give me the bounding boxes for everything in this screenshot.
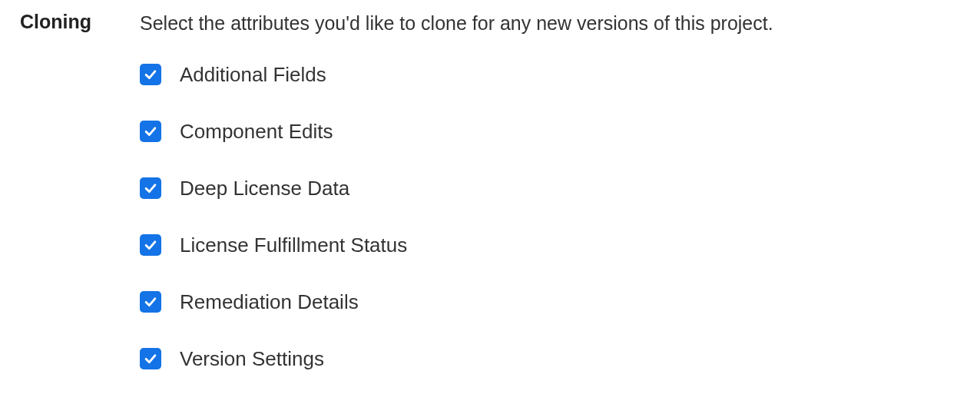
section-content: Select the attributes you'd like to clon…	[140, 11, 960, 369]
checkmark-icon	[143, 67, 158, 82]
option-label: Component Edits	[180, 121, 333, 141]
cloning-option-list: Additional Fields Component Edits Deep L…	[140, 64, 960, 369]
checkmark-icon	[143, 180, 158, 196]
checkbox-deep-license-data[interactable]	[140, 177, 161, 199]
section-title: Cloning	[20, 11, 140, 33]
option-component-edits: Component Edits	[140, 121, 960, 142]
option-label: Deep License Data	[180, 178, 349, 198]
checkmark-icon	[143, 351, 158, 366]
checkmark-icon	[143, 237, 158, 253]
checkbox-license-fulfillment-status[interactable]	[140, 234, 161, 256]
checkmark-icon	[143, 124, 158, 139]
option-remediation-details: Remediation Details	[140, 291, 960, 313]
option-label: Additional Fields	[180, 65, 326, 84]
checkbox-additional-fields[interactable]	[140, 64, 161, 85]
checkbox-version-settings[interactable]	[140, 348, 161, 369]
option-label: Remediation Details	[180, 292, 359, 312]
option-version-settings: Version Settings	[140, 348, 960, 369]
section-description: Select the attributes you'd like to clon…	[140, 11, 960, 36]
cloning-section: Cloning Select the attributes you'd like…	[20, 11, 960, 369]
checkbox-component-edits[interactable]	[140, 121, 161, 142]
checkmark-icon	[143, 294, 158, 310]
option-license-fulfillment-status: License Fulfillment Status	[140, 234, 960, 256]
option-additional-fields: Additional Fields	[140, 64, 960, 85]
checkbox-remediation-details[interactable]	[140, 291, 161, 313]
option-deep-license-data: Deep License Data	[140, 177, 960, 199]
option-label: Version Settings	[180, 349, 324, 369]
option-label: License Fulfillment Status	[180, 235, 407, 255]
